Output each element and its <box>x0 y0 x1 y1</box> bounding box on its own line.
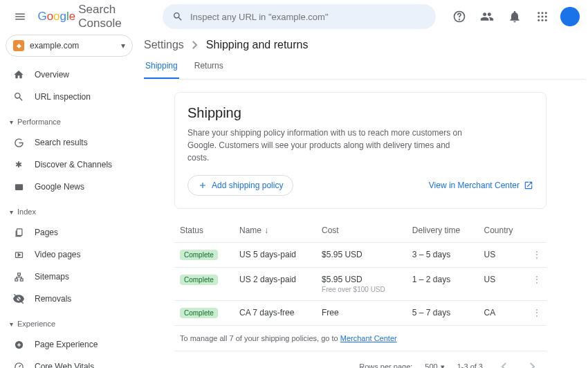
breadcrumb-parent[interactable]: Settings <box>144 39 184 51</box>
apps-icon[interactable] <box>530 4 555 29</box>
cell-cost: $5.95 USD <box>316 243 407 268</box>
sidebar-item-label: Video pages <box>35 250 81 259</box>
sidebar-item-sitemaps[interactable]: Sitemaps <box>6 266 133 288</box>
sidebar-item-video-pages[interactable]: Video pages <box>6 243 133 266</box>
sidebar-item-label: URL inspection <box>35 92 91 102</box>
svg-point-5 <box>538 16 540 18</box>
chevron-right-icon <box>192 41 198 49</box>
notifications-icon[interactable] <box>502 4 527 29</box>
remove-icon <box>12 293 25 304</box>
property-name: example.com <box>30 41 79 50</box>
cell-country: US <box>478 243 527 268</box>
prev-page-button[interactable] <box>495 358 512 368</box>
add-button-label: Add shipping policy <box>212 181 283 190</box>
sidebar-item-pages[interactable]: Pages <box>6 221 133 243</box>
col-cost[interactable]: Cost <box>316 219 407 243</box>
sidebar-group-performance[interactable]: ▾Performance <box>6 112 133 131</box>
rows-per-page-select[interactable]: 500 ▾ <box>425 362 444 369</box>
sidebar-group-index[interactable]: ▾Index <box>6 202 133 221</box>
col-status[interactable]: Status <box>174 219 234 243</box>
speed-icon <box>12 362 25 369</box>
sidebar-item-label: Core Web Vitals <box>35 362 94 368</box>
table-row[interactable]: CompleteUS 5 days-paid$5.95 USD3 – 5 day… <box>174 243 546 268</box>
status-badge: Complete <box>180 308 218 318</box>
pages-icon <box>12 228 25 238</box>
cell-cost: $5.95 USDFree over $100 USD <box>316 268 407 301</box>
sort-down-icon: ↓ <box>264 226 268 235</box>
product-name: Search Console <box>78 3 145 30</box>
tab-shipping[interactable]: Shipping <box>144 61 179 79</box>
star-icon: ✱ <box>12 160 25 169</box>
sidebar-item-page-experience[interactable]: Page Experience <box>6 333 133 356</box>
svg-point-3 <box>542 12 544 14</box>
row-menu-button[interactable]: ⋮ <box>527 268 546 301</box>
sidebar-item-url-inspection[interactable]: URL inspection <box>6 86 133 108</box>
cell-delivery: 3 – 5 days <box>407 243 479 268</box>
open-external-icon <box>524 181 533 190</box>
hamburger-menu[interactable] <box>8 3 32 30</box>
cell-name: US 2 days-paid <box>234 268 316 301</box>
search-icon <box>12 91 25 102</box>
property-selector[interactable]: ◆ example.com ▾ <box>6 35 133 57</box>
cell-name: US 5 days-paid <box>234 243 316 268</box>
table-row[interactable]: CompleteCA 7 days-freeFree5 – 7 daysCA⋮ <box>174 301 546 326</box>
sidebar-group-experience[interactable]: ▾Experience <box>6 314 133 333</box>
svg-point-9 <box>542 19 544 21</box>
search-input[interactable] <box>190 12 426 22</box>
svg-point-10 <box>545 19 547 21</box>
sidebar-item-label: Google News <box>35 182 84 192</box>
col-country[interactable]: Country <box>478 219 527 243</box>
tabs: Shipping Returns <box>144 61 585 80</box>
svg-rect-14 <box>17 273 20 275</box>
svg-point-7 <box>545 16 547 18</box>
plus-icon <box>198 181 208 190</box>
sidebar-item-google-news[interactable]: Google News <box>6 176 133 198</box>
row-menu-button[interactable]: ⋮ <box>527 301 546 326</box>
chevron-down-icon: ▾ <box>10 320 13 328</box>
sidebar-item-label: Discover & Channels <box>35 160 112 169</box>
sidebar-item-search-results[interactable]: Search results <box>6 131 133 154</box>
col-name[interactable]: Name↓ <box>234 219 316 243</box>
cell-country: US <box>478 268 527 301</box>
status-badge: Complete <box>180 275 218 285</box>
merchant-link-label: View in Merchant Center <box>429 181 520 190</box>
next-page-button[interactable] <box>524 358 541 368</box>
url-inspect-search[interactable] <box>163 4 436 29</box>
sidebar-item-label: Sitemaps <box>35 272 69 282</box>
chevron-down-icon: ▾ <box>10 208 13 216</box>
svg-rect-16 <box>20 279 23 281</box>
chevron-down-icon: ▾ <box>441 362 445 369</box>
people-icon[interactable] <box>475 4 499 29</box>
cell-delivery: 5 – 7 days <box>407 301 479 326</box>
sidebar-item-overview[interactable]: Overview <box>6 64 133 86</box>
tab-returns[interactable]: Returns <box>193 61 225 79</box>
add-shipping-policy-button[interactable]: Add shipping policy <box>187 175 293 196</box>
svg-point-2 <box>538 12 540 14</box>
sidebar-item-label: Removals <box>35 294 71 304</box>
sidebar-item-label: Overview <box>35 70 69 80</box>
cell-cost: Free <box>316 301 407 326</box>
sidebar-item-discover[interactable]: ✱Discover & Channels <box>6 154 133 176</box>
plus-circle-icon <box>12 340 25 350</box>
row-menu-button[interactable]: ⋮ <box>527 243 546 268</box>
main-content: Settings Shipping and returns Shipping R… <box>138 33 588 368</box>
view-merchant-center-link[interactable]: View in Merchant Center <box>429 181 533 190</box>
svg-point-8 <box>538 19 540 21</box>
col-delivery[interactable]: Delivery time <box>407 219 479 243</box>
table-row[interactable]: CompleteUS 2 days-paid$5.95 USDFree over… <box>174 268 546 301</box>
video-icon <box>12 250 25 260</box>
sidebar-item-core-web-vitals[interactable]: Core Web Vitals <box>6 356 133 368</box>
sidebar-item-removals[interactable]: Removals <box>6 288 133 310</box>
svg-point-4 <box>545 12 547 14</box>
merchant-center-link[interactable]: Merchant Center <box>340 334 397 342</box>
pagination: Rows per page: 500 ▾ 1-3 of 3 <box>174 351 546 368</box>
sidebar-item-label: Pages <box>35 228 58 237</box>
svg-point-1 <box>459 19 460 20</box>
product-logo[interactable]: Google Search Console <box>37 3 145 30</box>
breadcrumb: Settings Shipping and returns <box>144 39 585 51</box>
cell-delivery: 1 – 2 days <box>407 268 479 301</box>
sidebar: ◆ example.com ▾ Overview URL inspection … <box>0 33 138 368</box>
account-avatar[interactable] <box>560 7 580 26</box>
help-icon[interactable] <box>447 4 472 29</box>
sitemap-icon <box>12 272 25 282</box>
